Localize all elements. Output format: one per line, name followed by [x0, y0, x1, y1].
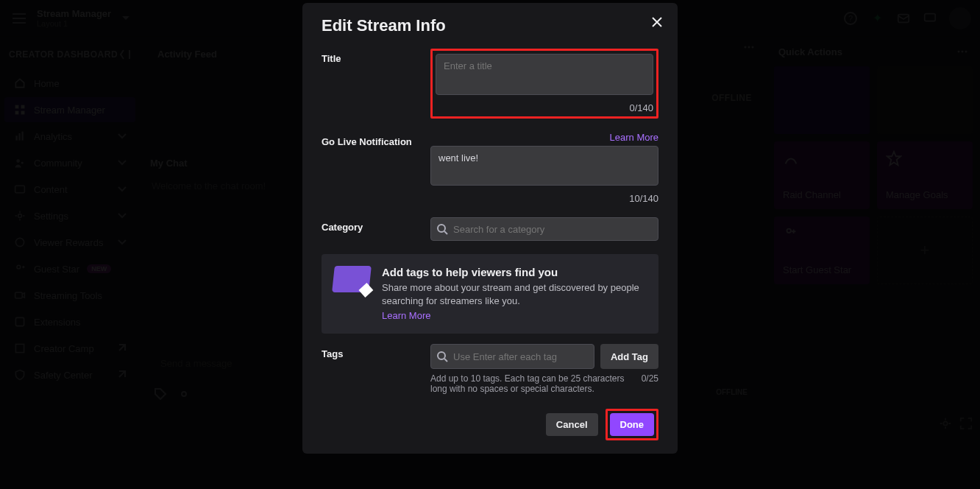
- tags-banner-body: Share more about your stream and get dis…: [382, 281, 647, 307]
- close-button[interactable]: [648, 13, 666, 31]
- tags-input[interactable]: [430, 344, 594, 369]
- title-input[interactable]: [436, 54, 653, 95]
- modal-title: Edit Stream Info: [322, 16, 658, 35]
- add-tag-button[interactable]: Add Tag: [600, 344, 658, 369]
- svg-point-32: [438, 225, 445, 232]
- notification-counter: 10/140: [430, 193, 658, 204]
- title-counter: 0/140: [436, 102, 653, 113]
- category-label: Category: [322, 217, 430, 233]
- edit-stream-info-modal: Edit Stream Info Title 0/140 Go Live Not…: [302, 3, 678, 454]
- search-icon: [436, 351, 448, 362]
- notification-input[interactable]: [430, 146, 658, 186]
- tags-counter: 0/25: [642, 373, 658, 394]
- tags-banner-title: Add tags to help viewers find you: [382, 266, 647, 278]
- tags-banner: Add tags to help viewers find you Share …: [322, 254, 658, 334]
- learn-more-link[interactable]: Learn More: [610, 132, 658, 143]
- tags-label: Tags: [322, 344, 430, 359]
- title-label: Title: [322, 49, 430, 64]
- tags-help-text: Add up to 10 tags. Each tag can be 25 ch…: [430, 373, 634, 394]
- tags-banner-image: [332, 266, 372, 292]
- search-icon: [436, 223, 448, 235]
- category-search-input[interactable]: [430, 217, 658, 241]
- notification-label: Go Live Notification: [322, 136, 412, 147]
- done-button[interactable]: Done: [610, 413, 655, 436]
- learn-more-link[interactable]: Learn More: [382, 310, 430, 321]
- svg-point-33: [438, 352, 445, 359]
- cancel-button[interactable]: Cancel: [546, 413, 598, 436]
